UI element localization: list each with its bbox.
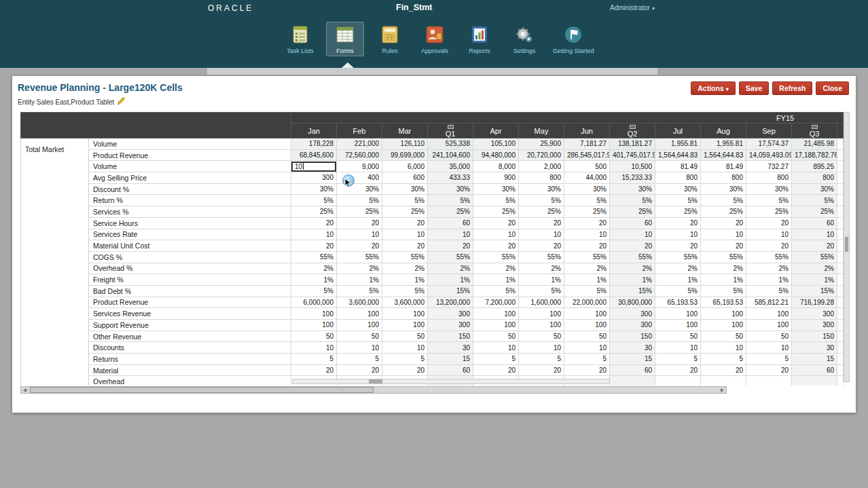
grid-cell[interactable]: 401,745,017.95 bbox=[610, 149, 655, 161]
grid-cell[interactable]: 15% bbox=[792, 285, 837, 297]
grid-cell[interactable]: 20 bbox=[564, 217, 610, 229]
grid-cell[interactable]: 20 bbox=[519, 240, 564, 252]
panel-horizontal-scrollbar[interactable] bbox=[20, 386, 727, 394]
close-button[interactable]: Close bbox=[816, 81, 849, 95]
grid-cell[interactable]: 10 bbox=[564, 342, 610, 354]
grid-cell[interactable]: 25% bbox=[610, 206, 655, 218]
grid-horizontal-scrollbar[interactable] bbox=[292, 379, 610, 384]
grid-cell[interactable]: 50 bbox=[655, 331, 701, 342]
grid-cell[interactable]: 20 bbox=[473, 217, 519, 229]
grid-cell[interactable]: 55% bbox=[382, 251, 428, 263]
row-label-product-revenue-1[interactable]: Product Revenue bbox=[89, 149, 291, 161]
grid-cell[interactable]: 60 bbox=[792, 364, 837, 376]
grid-cell[interactable]: 100 bbox=[655, 320, 701, 331]
grid-cell[interactable]: 60 bbox=[792, 217, 837, 229]
grid-cell[interactable]: 1% bbox=[519, 274, 564, 286]
grid-cell[interactable]: 55% bbox=[564, 251, 610, 263]
grid-cell[interactable]: 10 bbox=[291, 229, 337, 240]
grid-cell[interactable]: 60 bbox=[610, 364, 655, 376]
toolbar-item-rules[interactable]: Rules bbox=[371, 22, 409, 56]
grid-cell[interactable]: 732.27 bbox=[746, 161, 792, 172]
grid-cell[interactable]: 2% bbox=[473, 263, 519, 274]
grid-cell[interactable]: 25% bbox=[746, 206, 792, 218]
grid-cell[interactable]: 1% bbox=[792, 274, 837, 286]
grid-cell[interactable]: 7,181.27 bbox=[564, 138, 610, 150]
grid-cell[interactable]: 30% bbox=[564, 183, 610, 195]
row-label-service-hours-7[interactable]: Service Hours bbox=[89, 217, 291, 229]
grid-cell[interactable]: 1,564,644.83 bbox=[655, 149, 701, 161]
grid-cell[interactable]: 5% bbox=[519, 285, 564, 297]
grid-cell[interactable]: 5% bbox=[337, 285, 382, 297]
grid-cell[interactable]: 100 bbox=[337, 320, 382, 331]
grid-cell[interactable]: 94,480,000 bbox=[473, 149, 519, 161]
grid-cell[interactable]: 1% bbox=[701, 274, 746, 286]
grid-cell[interactable] bbox=[610, 376, 655, 386]
grid-cell[interactable]: 2% bbox=[428, 263, 473, 274]
scroll-right-icon[interactable] bbox=[721, 388, 724, 392]
grid-cell[interactable]: 7,200,000 bbox=[473, 297, 519, 308]
grid-cell[interactable]: 55% bbox=[473, 251, 519, 263]
column-header-may[interactable]: May bbox=[519, 124, 564, 138]
grid-cell[interactable]: 20 bbox=[746, 364, 792, 376]
grid-cell[interactable]: 20 bbox=[564, 240, 610, 252]
grid-cell[interactable]: 1% bbox=[746, 274, 792, 286]
grid-cell[interactable]: 105,100 bbox=[473, 138, 519, 150]
grid-cell[interactable]: 300 bbox=[428, 320, 473, 331]
grid-cell[interactable]: 20 bbox=[382, 240, 428, 252]
grid-cell[interactable]: 55% bbox=[337, 251, 382, 263]
grid-cell[interactable]: 15,233.33 bbox=[610, 172, 655, 184]
grid-cell[interactable]: 5 bbox=[337, 354, 382, 365]
grid-cell[interactable]: 716,199.28 bbox=[792, 297, 837, 308]
grid-cell[interactable]: 138,181.27 bbox=[610, 138, 655, 150]
grid-cell[interactable]: 1% bbox=[473, 274, 519, 286]
grid-cell[interactable]: 1% bbox=[564, 274, 610, 286]
row-label-discounts-18[interactable]: Discounts bbox=[89, 342, 291, 354]
refresh-button[interactable]: Refresh bbox=[772, 81, 812, 95]
grid-cell[interactable]: 17,188,782.76 bbox=[792, 149, 837, 161]
scrollbar-thumb[interactable] bbox=[369, 379, 382, 383]
grid-cell[interactable]: 25% bbox=[382, 206, 428, 218]
grid-cell[interactable]: 500 bbox=[564, 161, 610, 172]
column-header-jul[interactable]: Jul bbox=[655, 124, 701, 138]
grid-cell[interactable]: 25% bbox=[655, 206, 701, 218]
row-label-freight--12[interactable]: Freight % bbox=[89, 274, 291, 286]
grid-cell[interactable]: 300 bbox=[610, 320, 655, 331]
grid-cell[interactable]: 100 bbox=[473, 308, 519, 320]
grid-cell[interactable]: 10 bbox=[610, 229, 655, 240]
grid-cell[interactable]: 100 bbox=[291, 308, 337, 320]
scrollbar-thumb[interactable] bbox=[30, 387, 374, 393]
grid-cell[interactable]: 20 bbox=[746, 240, 792, 252]
grid-cell[interactable]: 60 bbox=[428, 217, 473, 229]
grid-cell[interactable]: 100 bbox=[382, 308, 428, 320]
grid-cell[interactable]: 2% bbox=[655, 263, 701, 274]
grid-cell[interactable]: 30% bbox=[291, 183, 337, 195]
grid-cell[interactable]: 6,000 bbox=[382, 161, 428, 172]
grid-cell[interactable]: 15 bbox=[792, 354, 837, 365]
grid-cell[interactable]: 2% bbox=[746, 263, 792, 274]
grid-cell[interactable]: 6,000,000 bbox=[291, 297, 337, 308]
grid-cell[interactable]: 5% bbox=[473, 285, 519, 297]
grid-cell[interactable]: 2% bbox=[610, 263, 655, 274]
grid-cell[interactable]: 25% bbox=[701, 206, 746, 218]
row-label-material-20[interactable]: Material bbox=[89, 364, 291, 376]
grid-cell[interactable]: 30,800,000 bbox=[610, 297, 655, 308]
grid-cell[interactable]: 25,900 bbox=[519, 138, 564, 150]
grid-cell[interactable]: 2% bbox=[382, 263, 428, 274]
grid-cell[interactable] bbox=[655, 376, 701, 386]
grid-cell[interactable]: 15% bbox=[428, 285, 473, 297]
grid-cell[interactable]: 5% bbox=[564, 195, 610, 206]
grid-cell[interactable]: 5% bbox=[610, 195, 655, 206]
grid-cell[interactable]: 25% bbox=[564, 206, 610, 218]
row-label-volume-0[interactable]: Volume bbox=[89, 138, 291, 150]
grid-cell[interactable]: 5% bbox=[382, 285, 428, 297]
grid-cell[interactable]: 65,193.53 bbox=[655, 297, 701, 308]
grid-cell[interactable]: 65,193.53 bbox=[701, 297, 746, 308]
column-header-apr[interactable]: Apr bbox=[473, 124, 519, 138]
row-label-returns-19[interactable]: Returns bbox=[89, 354, 291, 365]
grid-cell[interactable]: 585,812.21 bbox=[746, 297, 792, 308]
grid-cell[interactable]: 30% bbox=[382, 183, 428, 195]
grid-cell[interactable]: 50 bbox=[701, 331, 746, 342]
row-label-avg-selling-price-3[interactable]: Avg Selling Price bbox=[89, 172, 291, 184]
column-header-mar[interactable]: Mar bbox=[382, 124, 428, 138]
grid-cell[interactable]: 20 bbox=[655, 364, 701, 376]
